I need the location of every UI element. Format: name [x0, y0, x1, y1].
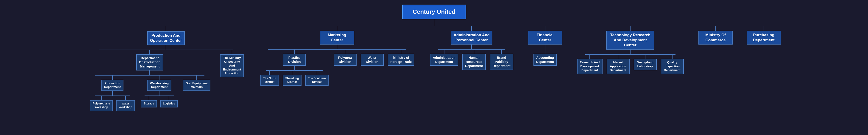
node-plastics[interactable]: Plastics Division — [283, 54, 306, 66]
node-logistics[interactable]: Logistics — [160, 100, 178, 107]
node-market-app[interactable]: Market Application Department — [607, 59, 630, 74]
node-accounting[interactable]: Accounting Department — [533, 54, 557, 66]
node-dept-prod-mgmt[interactable]: Department Of Production Management — [136, 54, 163, 71]
root-vline — [434, 19, 434, 26]
node-ministry-security[interactable]: The Ministry Of Security And Environment… — [220, 54, 244, 77]
node-tech-rd[interactable]: Technology Research And Development Cent… — [606, 31, 654, 50]
node-shandong[interactable]: Shandong District — [283, 75, 302, 86]
node-north-district[interactable]: The North District — [260, 75, 279, 86]
node-financial[interactable]: Financial Center — [528, 31, 562, 45]
node-brand-pub[interactable]: Brand Publicity Department — [490, 54, 513, 70]
node-guangdong-lab[interactable]: Guangdong Laboratory — [634, 59, 657, 70]
node-prod-dept[interactable]: Production Department — [101, 80, 123, 91]
node-storage[interactable]: Storage — [141, 100, 157, 107]
node-water-div[interactable]: Water Division — [361, 54, 384, 66]
node-ministry-commerce[interactable]: Ministry Of Commerce — [699, 31, 733, 45]
node-marketing[interactable]: Marketing Center — [320, 31, 354, 45]
branch-admin-personnel: Administration And Personnel Center Admi… — [422, 26, 521, 70]
node-quality-insp[interactable]: Quality Inspection Department — [661, 59, 684, 74]
branch-prod-op: Production And Operation Center Departme… — [80, 26, 252, 111]
branch-tech-rd: Technology Research And Development Cent… — [569, 26, 691, 74]
node-research-dev[interactable]: Research And Development Department — [577, 59, 602, 74]
branch-purchasing: Purchasing Department — [740, 26, 788, 45]
node-polyurea[interactable]: Polyurea Division — [334, 54, 356, 66]
node-ministry-foreign[interactable]: Ministry of Foreign Trade — [388, 54, 414, 66]
node-purchasing[interactable]: Purchasing Department — [747, 31, 781, 45]
org-chart: Century United Production And Operation … — [0, 0, 868, 116]
node-admin-personnel[interactable]: Administration And Personnel Center — [451, 31, 492, 45]
node-polyurethane[interactable]: Polyurethane Workshop — [90, 100, 113, 111]
node-golf-equip[interactable]: Golf Equipment Maintain — [183, 80, 211, 91]
root-node[interactable]: Century United — [402, 5, 466, 19]
branch-marketing: Marketing Center Plastics Division — [252, 26, 422, 86]
node-admin-dept[interactable]: Administration Department — [430, 54, 458, 66]
node-water-workshop[interactable]: Water Workshop — [116, 100, 135, 111]
branch-ministry-commerce: Ministry Of Commerce — [691, 26, 740, 45]
node-prod-op[interactable]: Production And Operation Center — [147, 31, 185, 45]
node-southern[interactable]: The Southern District — [305, 75, 328, 86]
node-warehousing[interactable]: Warehousing Department — [147, 80, 172, 91]
node-human-res[interactable]: Human Resources Department — [462, 54, 486, 70]
branch-financial: Financial Center Accounting Department — [521, 26, 569, 66]
